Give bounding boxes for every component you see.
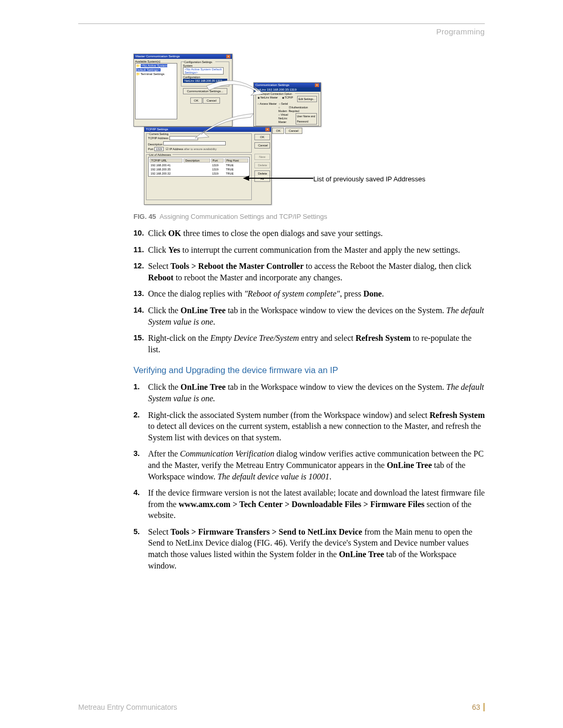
top-rule: [78, 23, 485, 24]
system-field: <No Active System Default Settings>: [183, 67, 224, 75]
dlg3-delete-button[interactable]: Delete: [254, 162, 270, 168]
close-icon[interactable]: ×: [265, 128, 270, 131]
dlg1-ok-button[interactable]: OK: [190, 97, 202, 104]
close-icon[interactable]: ×: [315, 83, 319, 87]
radio-virtual[interactable]: ○ Virtual NetLinx Master: [278, 113, 296, 125]
table-row[interactable]: 192.168.200.411319TRUE: [150, 164, 248, 167]
step-item: 5.Select Tools > Firmware Transfers > Se…: [133, 526, 485, 571]
tree-item-sel[interactable]: 📁 <No Active System Default Settings>: [136, 64, 176, 72]
step-item: 13.Once the dialog replies with "Reboot …: [133, 288, 485, 300]
dlg1-titlebar: Master Communication Settings ×: [134, 54, 232, 59]
edit-settings-button[interactable]: Edit Settings...: [297, 96, 317, 102]
radio-axcess[interactable]: ○ Axcess Master: [258, 102, 277, 106]
svg-marker-1: [243, 176, 249, 181]
arrow-icon: [243, 175, 313, 182]
radio-serial[interactable]: ○ Serial: [279, 102, 288, 106]
page-number: 63: [472, 703, 485, 711]
chk-auth[interactable]: ☑ Authentication Required: [289, 106, 317, 113]
numbered-steps: 10.Click OK three times to close the ope…: [133, 228, 485, 355]
numbered-steps-2: 1.Click the OnLine Tree tab in the Works…: [133, 381, 485, 571]
table-row[interactable]: 192.168.200.321319TRUE: [150, 172, 248, 175]
arrow-icon: [204, 76, 266, 102]
figure-annotation: List of previously saved IP Addresses: [313, 175, 425, 183]
step-item: 2.Right-click the associated System numb…: [133, 410, 485, 443]
section-header: Programming: [78, 27, 485, 36]
port-field[interactable]: 1319: [154, 147, 164, 151]
figure-45: Master Communication Settings × Availabl…: [133, 54, 457, 207]
dlg3-cancel-button[interactable]: Cancel: [254, 142, 270, 149]
step-item: 10.Click OK three times to close the ope…: [133, 228, 485, 239]
step-item: 11.Click Yes to interrupt the current co…: [133, 244, 485, 256]
tree-item-terminal[interactable]: 📁 Terminal Settings: [136, 72, 176, 77]
dlg3-new-button[interactable]: New: [254, 154, 270, 160]
figure-caption: FIG. 45 Assigning Communication Settings…: [133, 213, 485, 220]
dlg1-title: Master Communication Settings: [136, 55, 180, 58]
page-footer: Metreau Entry Communicators 63: [78, 703, 485, 711]
step-item: 3.After the Communication Verification d…: [133, 448, 485, 482]
step-item: 1.Click the OnLine Tree tab in the Works…: [133, 381, 485, 404]
radio-tcpip[interactable]: ◉ TCP/IP: [282, 96, 293, 102]
user-pass-button[interactable]: User Name and Password: [296, 113, 317, 125]
radio-modem[interactable]: ○ Modem: [278, 106, 289, 113]
dlg2-ok-button[interactable]: OK: [272, 128, 284, 134]
table-row[interactable]: 192.168.200.351319TRUE: [150, 168, 248, 171]
step-item: 12.Select Tools > Reboot the Master Cont…: [133, 261, 485, 283]
section-heading: Verifying and Upgrading the device firmw…: [133, 365, 485, 375]
close-icon[interactable]: ×: [226, 55, 230, 58]
step-item: 4.If the device firmware version is not …: [133, 487, 485, 521]
arrow-icon: [191, 111, 259, 142]
step-item: 15.Right-click on the Empty Device Tree/…: [133, 332, 485, 355]
ip-address-table: TCP/IP URLDescriptionPortPing Host 192.1…: [148, 157, 250, 177]
dlg2-cancel-button[interactable]: Cancel: [285, 128, 302, 134]
footer-title: Metreau Entry Communicators: [78, 703, 177, 711]
step-item: 14.Click the OnLine Tree tab in the Work…: [133, 305, 485, 327]
